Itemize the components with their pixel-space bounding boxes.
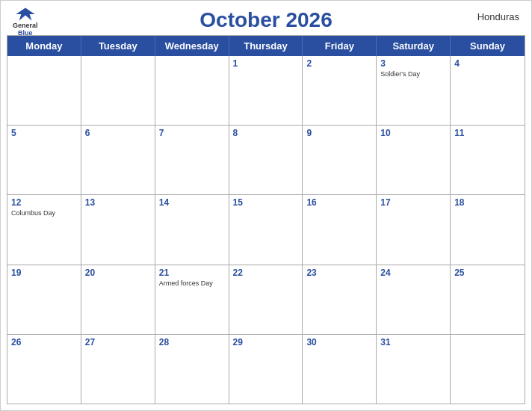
day-number: 28 (159, 337, 225, 347)
logo-bird-icon (15, 7, 36, 22)
logo-blue: Blue (18, 29, 33, 37)
day-cell: 23 (303, 265, 377, 334)
week-row-1: 123Soldier's Day4 (7, 56, 525, 125)
day-cell: 1 (229, 56, 303, 125)
day-number: 4 (454, 58, 521, 69)
day-number: 1 (233, 58, 299, 69)
day-cell: 10 (377, 126, 451, 194)
dow-monday: Monday (7, 36, 81, 56)
day-cell: 2 (303, 56, 377, 125)
day-cell (451, 335, 525, 404)
day-number: 14 (159, 197, 225, 208)
day-cell (155, 56, 229, 125)
day-number: 15 (233, 197, 299, 208)
day-number: 23 (306, 268, 372, 278)
day-number: 29 (233, 337, 299, 347)
logo-general: General (13, 22, 38, 29)
day-cell: 9 (303, 126, 377, 194)
day-number: 22 (233, 268, 299, 278)
week-row-2: 567891011 (7, 125, 525, 194)
day-number: 10 (380, 128, 446, 138)
holiday-label: Soldier's Day (380, 70, 446, 78)
day-cell: 13 (81, 195, 155, 264)
week-row-3: 12Columbus Day131415161718 (7, 194, 525, 264)
dow-wednesday: Wednesday (155, 36, 229, 56)
calendar-header: General Blue October 2026 Honduras (1, 1, 531, 35)
day-cell: 21Armed forces Day (155, 265, 229, 334)
day-number: 11 (454, 128, 521, 138)
day-number: 7 (159, 128, 225, 138)
holiday-label: Armed forces Day (159, 279, 225, 288)
day-cell (81, 56, 155, 125)
dow-saturday: Saturday (377, 36, 451, 56)
day-cell: 17 (377, 195, 451, 264)
day-cell: 5 (7, 126, 81, 194)
day-number: 19 (11, 268, 77, 278)
day-cell: 15 (229, 195, 303, 264)
day-cell: 20 (81, 265, 155, 334)
day-number: 8 (233, 128, 299, 138)
calendar: General Blue October 2026 Honduras Monda… (0, 0, 532, 411)
day-number: 16 (306, 197, 372, 208)
calendar-title: October 2026 (200, 8, 332, 32)
day-number: 5 (11, 128, 77, 138)
dow-thursday: Thursday (229, 36, 303, 56)
day-number: 26 (11, 337, 77, 347)
day-cell: 29 (229, 335, 303, 404)
days-header: Monday Tuesday Wednesday Thursday Friday… (7, 36, 525, 56)
day-cell: 4 (451, 56, 525, 125)
svg-marker-0 (16, 8, 34, 21)
day-cell: 8 (229, 126, 303, 194)
day-cell: 6 (81, 126, 155, 194)
dow-sunday: Sunday (451, 36, 525, 56)
day-cell: 27 (81, 335, 155, 404)
day-number: 31 (380, 337, 446, 347)
day-number: 30 (306, 337, 372, 347)
day-cell (7, 56, 81, 125)
dow-tuesday: Tuesday (81, 36, 155, 56)
day-number: 12 (11, 197, 77, 208)
holiday-label: Columbus Day (11, 209, 77, 217)
day-cell: 28 (155, 335, 229, 404)
week-row-5: 262728293031 (7, 334, 525, 404)
country-label: Honduras (477, 11, 519, 22)
day-cell: 30 (303, 335, 377, 404)
day-cell: 16 (303, 195, 377, 264)
day-number: 6 (85, 128, 151, 138)
day-cell: 12Columbus Day (7, 195, 81, 264)
day-number: 18 (454, 197, 521, 208)
day-number: 21 (159, 268, 225, 278)
week-row-4: 192021Armed forces Day22232425 (7, 265, 525, 334)
day-number: 27 (85, 337, 151, 347)
day-cell: 22 (229, 265, 303, 334)
day-cell: 24 (377, 265, 451, 334)
day-number: 24 (380, 268, 446, 278)
day-cell: 11 (451, 126, 525, 194)
day-number: 9 (306, 128, 372, 138)
day-cell: 31 (377, 335, 451, 404)
day-cell: 19 (7, 265, 81, 334)
day-number: 25 (454, 268, 521, 278)
day-number: 20 (85, 268, 151, 278)
day-number: 17 (380, 197, 446, 208)
day-number: 3 (380, 58, 446, 69)
day-number: 13 (85, 197, 151, 208)
dow-friday: Friday (303, 36, 377, 56)
logo: General Blue (13, 7, 38, 37)
day-cell: 25 (451, 265, 525, 334)
calendar-grid: Monday Tuesday Wednesday Thursday Friday… (7, 35, 525, 404)
day-cell: 7 (155, 126, 229, 194)
day-cell: 26 (7, 335, 81, 404)
day-cell: 14 (155, 195, 229, 264)
day-number: 2 (306, 58, 372, 69)
day-cell: 18 (451, 195, 525, 264)
weeks-container: 123Soldier's Day456789101112Columbus Day… (7, 56, 525, 404)
day-cell: 3Soldier's Day (377, 56, 451, 125)
